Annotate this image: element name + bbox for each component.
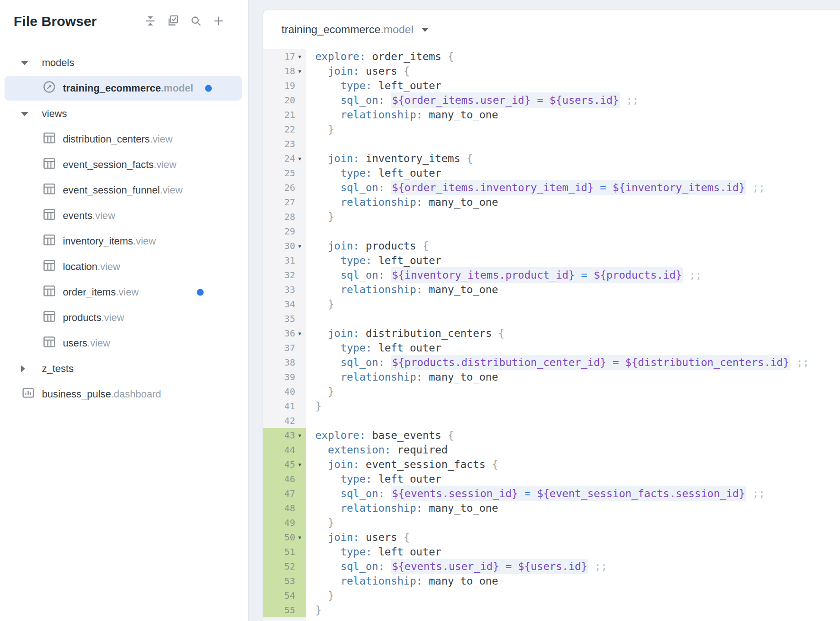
lookml-keyword: extension: [328, 444, 397, 456]
chevron-down-icon[interactable] [421, 28, 429, 32]
code-line-18[interactable]: join: users { [315, 64, 840, 78]
line-number-17[interactable]: 17▾ [263, 49, 306, 64]
caret-down-icon[interactable] [21, 112, 28, 116]
fold-toggle-icon[interactable]: ▾ [295, 243, 304, 249]
code-line-50[interactable]: join: users { [315, 530, 840, 545]
line-number: 50 [284, 532, 295, 543]
sidebar-file-products[interactable]: products.view [0, 305, 248, 331]
code-line-17[interactable]: explore: order_items { [315, 49, 840, 64]
code-line-45[interactable]: join: event_session_facts { [315, 457, 840, 472]
code-line-36[interactable]: join: distribution_centers { [315, 326, 840, 341]
line-number: 48 [284, 503, 295, 514]
sidebar-folder-views[interactable]: views [0, 101, 248, 127]
sql-highlight: ${events.session_id} = ${event_session_f… [391, 486, 746, 501]
code-line-41[interactable]: } [315, 399, 840, 413]
code-line-43[interactable]: explore: base_events { [315, 428, 840, 443]
code-line-38[interactable]: sql_on: ${products.distribution_center_i… [315, 355, 840, 370]
file-tree: modelstraining_ecommerce.modelviewsdistr… [0, 50, 248, 407]
code-token: { [448, 429, 454, 441]
line-number-18[interactable]: 18▾ [263, 64, 306, 78]
code-token: order_items [372, 51, 448, 62]
code-line-42[interactable] [315, 413, 840, 428]
lookml-keyword: join: [328, 327, 366, 339]
code-line-29[interactable] [315, 224, 840, 239]
sidebar-file-inventory_items[interactable]: inventory_items.view [0, 229, 248, 254]
code-line-26[interactable]: sql_on: ${order_items.inventory_item_id}… [315, 180, 840, 195]
line-number: 38 [284, 357, 295, 368]
line-number: 47 [284, 488, 295, 499]
caret-right-icon[interactable] [21, 365, 25, 372]
code-line-54[interactable]: } [315, 588, 840, 603]
add-file-button[interactable] [212, 15, 225, 28]
code-line-55[interactable]: } [315, 603, 840, 617]
code-line-21[interactable]: relationship: many_to_one [315, 107, 840, 122]
fold-toggle-icon[interactable]: ▾ [295, 68, 304, 75]
code-token: base_events [372, 429, 448, 441]
view-file-icon [42, 156, 56, 173]
fold-toggle-icon[interactable]: ▾ [295, 432, 304, 439]
code-line-44[interactable]: extension: required [315, 443, 840, 457]
code-line-49[interactable]: } [315, 515, 840, 530]
fold-toggle-icon[interactable]: ▾ [295, 330, 304, 337]
lookml-keyword: relationship: [340, 196, 429, 208]
code-line-53[interactable]: relationship: many_to_one [315, 574, 840, 588]
file-label: business_pulse.dashboard [42, 388, 161, 400]
code-line-52[interactable]: sql_on: ${events.user_id} = ${users.id} … [315, 559, 840, 574]
code-token: = [531, 94, 550, 106]
code-line-37[interactable]: type: left_outer [315, 341, 840, 355]
caret-down-icon[interactable] [21, 61, 28, 65]
code-line-24[interactable]: join: inventory_items { [315, 151, 840, 166]
line-number-45[interactable]: 45▾ [263, 457, 306, 472]
code-line-40[interactable]: } [315, 384, 840, 399]
code-line-39[interactable]: relationship: many_to_one [315, 370, 840, 384]
code-line-27[interactable]: relationship: many_to_one [315, 195, 840, 209]
sidebar-file-users[interactable]: users.view [0, 331, 248, 356]
sidebar-file-business_pulse[interactable]: business_pulse.dashboard [0, 382, 248, 407]
sidebar-file-distribution_centers[interactable]: distribution_centers.view [0, 127, 248, 152]
line-number-36[interactable]: 36▾ [263, 326, 306, 341]
fold-toggle-icon[interactable]: ▾ [295, 534, 304, 541]
search-button[interactable] [189, 15, 203, 28]
lookml-keyword: sql_on: [340, 269, 391, 281]
editor-file-tab[interactable]: training_ecommerce.model [263, 10, 840, 49]
file-browser-header: File Browser [0, 0, 248, 29]
line-number-50[interactable]: 50▾ [263, 530, 306, 545]
code-line-51[interactable]: type: left_outer [315, 545, 840, 559]
code-line-23[interactable] [315, 137, 840, 151]
lookml-keyword: relationship: [340, 371, 429, 383]
code-line-46[interactable]: type: left_outer [315, 472, 840, 486]
code-line-34[interactable]: } [315, 297, 840, 311]
sidebar-file-event_session_funnel[interactable]: event_session_funnel.view [0, 178, 248, 203]
sidebar-folder-z_tests[interactable]: z_tests [0, 356, 248, 382]
fold-toggle-icon[interactable]: ▾ [295, 155, 304, 162]
sidebar-file-order_items[interactable]: order_items.view [0, 280, 248, 305]
code-line-28[interactable]: } [315, 209, 840, 224]
code-line-25[interactable]: type: left_outer [315, 166, 840, 180]
code-line-19[interactable]: type: left_outer [315, 78, 840, 93]
select-files-button[interactable] [166, 15, 180, 28]
code-line-32[interactable]: sql_on: ${inventory_items.product_id} = … [315, 268, 840, 282]
sidebar-file-location[interactable]: location.view [0, 254, 248, 280]
code-line-35[interactable] [315, 311, 840, 326]
sidebar-file-event_session_facts[interactable]: event_session_facts.view [0, 152, 248, 178]
code-line-31[interactable]: type: left_outer [315, 253, 840, 268]
fold-toggle-icon[interactable]: ▾ [295, 461, 304, 468]
code-line-20[interactable]: sql_on: ${order_items.user_id} = ${users… [315, 93, 840, 107]
code-line-33[interactable]: relationship: many_to_one [315, 282, 840, 297]
line-number-19: 19 [263, 78, 306, 93]
sidebar-file-events[interactable]: events.view [0, 203, 248, 229]
code-line-22[interactable]: } [315, 122, 840, 137]
line-number-24[interactable]: 24▾ [263, 151, 306, 166]
fold-toggle-icon[interactable]: ▾ [295, 53, 304, 60]
collapse-all-button[interactable] [143, 15, 157, 28]
sidebar-file-training_ecommerce[interactable]: training_ecommerce.model [0, 76, 248, 101]
code-token: } [315, 400, 322, 412]
code-line-30[interactable]: join: products { [315, 239, 840, 253]
code-line-48[interactable]: relationship: many_to_one [315, 501, 840, 515]
code-content[interactable]: explore: order_items {join: users {type:… [306, 49, 840, 621]
sidebar-folder-models[interactable]: models [0, 50, 248, 76]
line-number-30[interactable]: 30▾ [263, 239, 306, 253]
line-number: 54 [284, 590, 295, 601]
code-line-47[interactable]: sql_on: ${events.session_id} = ${event_s… [315, 486, 840, 501]
line-number-43[interactable]: 43▾ [263, 428, 306, 443]
